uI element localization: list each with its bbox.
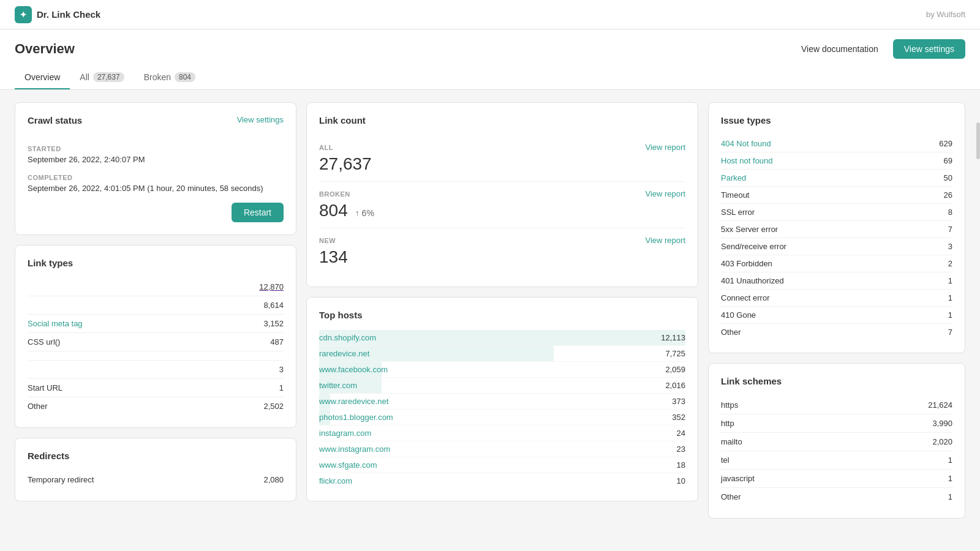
list-item: Start URL1 [28,379,284,397]
topnav: ✦ Dr. Link Check by Wulfsoft [0,0,980,29]
list-item: Parked50 [721,170,952,187]
link-type-label: Start URL [28,383,62,392]
issue-types-list: 404 Not found629Host not found69Parked50… [721,135,952,340]
host-label[interactable]: www.facebook.com [319,365,388,374]
view-settings-button[interactable]: View settings [893,39,965,59]
list-item: http3,990 [721,414,952,433]
top-hosts-title: Top hosts [319,310,685,320]
link-type-label[interactable]: Social meta tag [28,319,83,328]
list-item: 8,614 [28,296,284,315]
host-value: 23 [677,444,685,454]
host-label[interactable]: flickr.com [319,476,352,485]
scheme-value: 1 [948,492,952,501]
host-value: 10 [677,476,685,485]
link-count-card: Link count ALL View report 27,637 BROKEN… [306,102,698,287]
table-row: www.sfgate.com 18 [319,457,685,473]
host-value: 352 [672,413,685,422]
scheme-label: https [721,400,738,410]
list-item: 410 Gone1 [721,307,952,324]
issue-value: 7 [948,225,952,234]
table-row: www.instagram.com 23 [319,441,685,457]
tab-broken-label: Broken [144,72,171,82]
link-type-value: 3,152 [263,319,284,328]
list-item: Social meta tag3,152 [28,315,284,333]
link-types-list: 12,8708,614Social meta tag3,152CSS url()… [28,278,284,415]
page-title-row: Overview View documentation View setting… [15,39,965,59]
link-type-value: 8,614 [263,301,284,310]
scrollbar[interactable] [976,122,980,159]
host-label[interactable]: instagram.com [319,429,371,438]
list-item: Host not found69 [721,152,952,170]
list-item: Temporary redirect2,080 [28,471,284,489]
link-type-value: 487 [270,337,284,347]
scheme-value: 1 [948,455,952,465]
link-type-label: CSS url() [28,337,60,347]
lc-number: 27,637 [319,154,372,174]
issue-label: 401 Unauthorized [721,276,784,285]
table-row: raredevice.net 7,725 [319,346,685,362]
restart-button[interactable]: Restart [232,203,284,222]
lc-view-report[interactable]: View report [645,143,685,152]
issue-value: 1 [948,276,952,285]
lc-label: NEW [319,237,336,244]
host-label[interactable]: www.raredevice.net [319,397,388,406]
issue-label[interactable]: 404 Not found [721,139,771,148]
crawl-status-card: Crawl status View settings STARTED Septe… [15,102,296,235]
left-column: Crawl status View settings STARTED Septe… [15,102,296,519]
lc-trend: ↑ 6% [355,208,374,218]
list-item: 404 Not found629 [721,135,952,152]
issue-label[interactable]: Parked [721,173,746,182]
top-hosts-list: cdn.shopify.com 12,113 raredevice.net 7,… [319,330,685,489]
host-label[interactable]: cdn.shopify.com [319,333,376,342]
issue-label[interactable]: Host not found [721,156,773,165]
link-type-value: 3 [279,365,284,374]
list-item: 12,870 [28,278,284,296]
table-row: flickr.com 10 [319,473,685,489]
host-label[interactable]: raredevice.net [319,349,369,358]
list-item: Send/receive error3 [721,238,952,255]
scheme-value: 1 [948,474,952,483]
host-label[interactable]: photos1.blogger.com [319,413,393,422]
host-label[interactable]: twitter.com [319,381,357,390]
lc-view-report[interactable]: View report [645,236,685,245]
scheme-label: tel [721,455,729,465]
tab-overview[interactable]: Overview [15,66,70,89]
redirects-list: Temporary redirect2,080 [28,471,284,489]
lc-number: 804 [319,201,348,220]
link-count-section: NEW View report 134 [319,228,685,274]
redirects-title: Redirects [28,451,284,461]
tab-all[interactable]: All 27,637 [70,66,134,89]
view-documentation-button[interactable]: View documentation [794,40,886,58]
table-row: www.raredevice.net 373 [319,394,685,410]
link-count-title: Link count [319,115,685,126]
logo-icon: ✦ [15,6,32,23]
issue-label: Send/receive error [721,242,786,251]
table-row: www.facebook.com 2,059 [319,362,685,378]
link-count-section: BROKEN View report 804 ↑ 6% [319,182,685,228]
list-item: SSL error8 [721,204,952,221]
list-item: javascript1 [721,470,952,488]
top-hosts-card: Top hosts cdn.shopify.com 12,113 raredev… [306,297,698,501]
issue-value: 26 [944,190,952,200]
host-label[interactable]: www.sfgate.com [319,460,377,470]
tab-overview-label: Overview [24,72,60,82]
host-label[interactable]: www.instagram.com [319,444,390,454]
view-settings-link[interactable]: View settings [237,115,284,124]
tab-broken[interactable]: Broken 804 [134,66,205,89]
link-schemes-title: Link schemes [721,376,952,386]
list-item: 403 Forbidden2 [721,255,952,272]
issue-value: 8 [948,208,952,217]
link-schemes-card: Link schemes https21,624http3,990mailto2… [708,363,965,519]
tab-broken-badge: 804 [175,72,195,82]
link-type-value: 12,870 [259,282,284,291]
tabs: Overview All 27,637 Broken 804 [15,66,965,89]
issue-label: Timeout [721,190,749,200]
list-item: Other1 [721,488,952,506]
link-type-value: 1 [279,383,284,392]
right-column: Issue types 404 Not found629Host not fou… [708,102,965,519]
redirects-card: Redirects Temporary redirect2,080 [15,438,296,501]
lc-view-report[interactable]: View report [645,189,685,198]
page-title: Overview [15,41,75,57]
tab-all-label: All [80,72,89,82]
issue-label: Connect error [721,293,769,302]
